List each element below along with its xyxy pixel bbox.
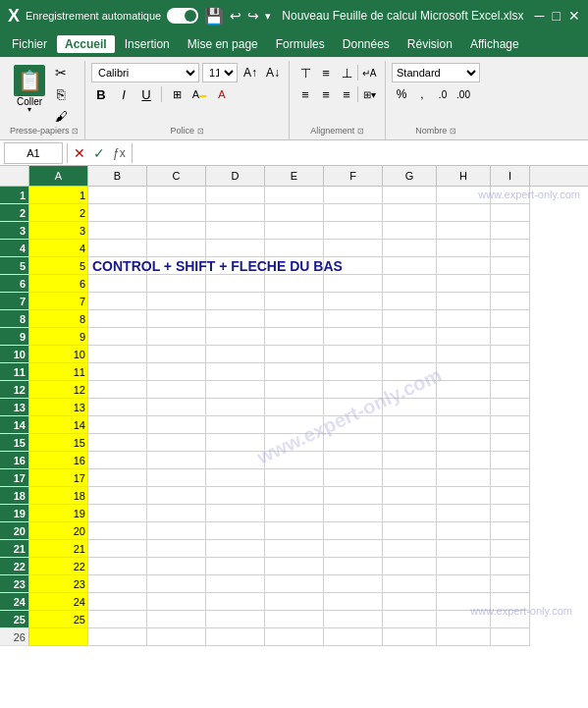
cell-B10[interactable] <box>88 346 147 363</box>
cell-D20[interactable] <box>206 522 265 540</box>
cell-F5[interactable] <box>324 257 383 275</box>
cell-F10[interactable] <box>324 346 383 363</box>
cell-D7[interactable] <box>206 293 265 310</box>
cell-A22[interactable]: 22 <box>29 558 88 575</box>
cell-I22[interactable] <box>491 558 530 575</box>
cell-B16[interactable] <box>88 452 147 469</box>
cell-C17[interactable] <box>147 469 206 487</box>
cell-D4[interactable] <box>206 240 265 257</box>
minimize-icon[interactable]: ─ <box>535 8 545 24</box>
underline-button[interactable]: U <box>136 84 156 104</box>
cell-A6[interactable]: 6 <box>29 275 88 293</box>
col-header-E[interactable]: E <box>265 166 324 186</box>
cell-G22[interactable] <box>383 558 437 575</box>
cut-button[interactable]: ✂ <box>51 63 71 82</box>
cell-H25[interactable] <box>437 611 491 628</box>
row-header-1[interactable]: 1 <box>0 187 29 204</box>
col-header-A[interactable]: A <box>29 166 88 186</box>
cell-I11[interactable] <box>491 363 530 381</box>
cell-D8[interactable] <box>206 310 265 328</box>
cell-C1[interactable] <box>147 187 206 204</box>
cell-I9[interactable] <box>491 328 530 346</box>
row-header-4[interactable]: 4 <box>0 240 29 257</box>
cell-D2[interactable] <box>206 204 265 222</box>
cell-F18[interactable] <box>324 487 383 505</box>
cell-D5[interactable] <box>206 257 265 275</box>
paste-dropdown-icon[interactable]: ▾ <box>27 105 31 114</box>
font-decrease-button[interactable]: A↓ <box>263 63 283 82</box>
cell-G17[interactable] <box>383 469 437 487</box>
cell-H10[interactable] <box>437 346 491 363</box>
cell-A18[interactable]: 18 <box>29 487 88 505</box>
align-middle-button[interactable]: ≡ <box>316 63 336 82</box>
corner-cell[interactable] <box>0 166 29 186</box>
cell-G5[interactable] <box>383 257 437 275</box>
row-header-25[interactable]: 25 <box>0 611 29 628</box>
cell-C21[interactable] <box>147 540 206 558</box>
cell-H21[interactable] <box>437 540 491 558</box>
cell-H7[interactable] <box>437 293 491 310</box>
font-color-button[interactable]: A <box>212 84 232 104</box>
cell-I6[interactable] <box>491 275 530 293</box>
cell-C20[interactable] <box>147 522 206 540</box>
cell-B5[interactable]: CONTROL + SHIFT + FLECHE DU BAS <box>88 257 147 275</box>
cell-G6[interactable] <box>383 275 437 293</box>
cell-A24[interactable]: 24 <box>29 593 88 611</box>
cell-D14[interactable] <box>206 416 265 434</box>
col-header-I[interactable]: I <box>491 166 530 186</box>
cell-G23[interactable] <box>383 575 437 593</box>
cell-C11[interactable] <box>147 363 206 381</box>
menu-donnees[interactable]: Données <box>335 35 398 53</box>
cell-E4[interactable] <box>265 240 324 257</box>
cell-E7[interactable] <box>265 293 324 310</box>
align-bottom-button[interactable]: ⊥ <box>337 63 356 82</box>
cell-I23[interactable] <box>491 575 530 593</box>
row-header-2[interactable]: 2 <box>0 204 29 222</box>
menu-affichage[interactable]: Affichage <box>462 35 527 53</box>
cell-H23[interactable] <box>437 575 491 593</box>
menu-revision[interactable]: Révision <box>400 35 460 53</box>
cell-H17[interactable] <box>437 469 491 487</box>
cell-E25[interactable] <box>265 611 324 628</box>
cell-F19[interactable] <box>324 505 383 522</box>
cell-D12[interactable] <box>206 381 265 399</box>
cell-H19[interactable] <box>437 505 491 522</box>
cell-D16[interactable] <box>206 452 265 469</box>
copy-button[interactable]: ⎘ <box>51 84 71 104</box>
cell-H3[interactable] <box>437 222 491 240</box>
cell-A20[interactable]: 20 <box>29 522 88 540</box>
menu-formules[interactable]: Formules <box>268 35 333 53</box>
row-header-16[interactable]: 16 <box>0 452 29 469</box>
row-header-11[interactable]: 11 <box>0 363 29 381</box>
row-header-18[interactable]: 18 <box>0 487 29 505</box>
cell-G12[interactable] <box>383 381 437 399</box>
cell-F26[interactable] <box>324 628 383 646</box>
cell-G19[interactable] <box>383 505 437 522</box>
cell-I20[interactable] <box>491 522 530 540</box>
cell-H11[interactable] <box>437 363 491 381</box>
cell-E12[interactable] <box>265 381 324 399</box>
cell-G1[interactable] <box>383 187 437 204</box>
cell-E13[interactable] <box>265 399 324 416</box>
cell-E2[interactable] <box>265 204 324 222</box>
cell-C4[interactable] <box>147 240 206 257</box>
cell-I21[interactable] <box>491 540 530 558</box>
cell-D17[interactable] <box>206 469 265 487</box>
align-top-button[interactable]: ⊤ <box>295 63 315 82</box>
cell-B17[interactable] <box>88 469 147 487</box>
cell-I13[interactable] <box>491 399 530 416</box>
align-left-button[interactable]: ≡ <box>295 84 315 104</box>
cell-D25[interactable] <box>206 611 265 628</box>
row-header-7[interactable]: 7 <box>0 293 29 310</box>
cell-E20[interactable] <box>265 522 324 540</box>
cell-C2[interactable] <box>147 204 206 222</box>
cell-C23[interactable] <box>147 575 206 593</box>
confirm-formula-icon[interactable]: ✓ <box>91 145 107 161</box>
row-header-21[interactable]: 21 <box>0 540 29 558</box>
maximize-icon[interactable]: □ <box>553 8 561 24</box>
paste-button[interactable]: 📋 Coller ▾ <box>10 63 49 116</box>
cell-C3[interactable] <box>147 222 206 240</box>
row-header-3[interactable]: 3 <box>0 222 29 240</box>
cell-A19[interactable]: 19 <box>29 505 88 522</box>
cell-F13[interactable] <box>324 399 383 416</box>
